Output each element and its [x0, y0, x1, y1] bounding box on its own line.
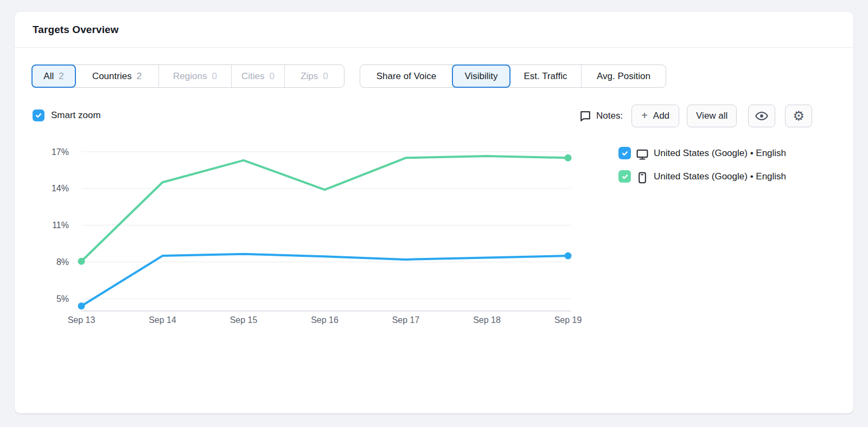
metric-tab-visibility-label: Visibility	[464, 71, 497, 82]
check-icon	[621, 150, 629, 157]
check-icon	[621, 173, 629, 180]
x-tick-1: Sep 14	[149, 315, 176, 325]
plus-icon: +	[641, 110, 648, 121]
metric-tab-share-of-voice[interactable]: Share of Voice	[360, 65, 452, 87]
geo-tab-countries-count: 2	[137, 71, 142, 82]
chart-settings-button[interactable]: ⚙	[785, 105, 812, 127]
gear-icon: ⚙	[793, 109, 805, 122]
toggle-notes-visibility-button[interactable]	[748, 105, 775, 127]
metric-tab-est-traffic[interactable]: Est. Traffic	[510, 65, 581, 87]
legend-checkbox-1[interactable]	[618, 170, 631, 183]
chart-legend: United States (Google) • EnglishUnited S…	[618, 147, 787, 186]
series-1-point-6[interactable]	[565, 154, 572, 161]
legend-label-1: United States (Google) • English	[654, 168, 787, 185]
add-note-button-label: Add	[653, 111, 669, 121]
y-tick-17: 17%	[52, 147, 69, 157]
x-tick-5: Sep 18	[473, 315, 501, 325]
geo-tab-regions-count: 0	[212, 71, 216, 82]
geo-tab-group: All2Countries2Regions0Cities0Zips0	[31, 64, 344, 88]
smart-zoom-label: Smart zoom	[51, 110, 101, 121]
check-icon	[35, 112, 42, 119]
series-0-point-0[interactable]	[78, 302, 85, 309]
geo-tab-zips: Zips0	[284, 65, 344, 87]
y-tick-14: 14%	[52, 184, 69, 193]
geo-tab-regions-label: Regions	[173, 71, 207, 82]
page-title: Targets Overview	[33, 24, 119, 36]
mobile-icon	[636, 171, 649, 186]
x-tick-3: Sep 16	[311, 315, 339, 325]
notes-toolbar: Notes: + Add View all ⚙	[579, 105, 812, 127]
desktop-icon	[636, 148, 649, 163]
geo-tab-zips-count: 0	[323, 71, 328, 82]
geo-tab-regions: Regions0	[158, 65, 231, 87]
x-tick-4: Sep 17	[392, 315, 420, 325]
x-tick-2: Sep 15	[230, 315, 258, 325]
legend-label-0: United States (Google) • English	[654, 145, 787, 161]
y-tick-8: 8%	[56, 257, 69, 267]
view-all-notes-button[interactable]: View all	[687, 105, 737, 127]
legend-checkbox-0[interactable]	[618, 147, 631, 159]
series-line-1[interactable]	[81, 156, 568, 261]
targets-overview-card: Targets Overview All2Countries2Regions0C…	[15, 12, 853, 413]
geo-tab-cities-label: Cities	[241, 71, 265, 82]
notes-label: Notes:	[596, 111, 623, 121]
x-tick-6: Sep 19	[554, 315, 582, 325]
geo-tab-zips-label: Zips	[301, 71, 318, 82]
metric-tab-avg-position[interactable]: Avg. Position	[581, 65, 666, 87]
metric-tab-est-traffic-label: Est. Traffic	[524, 71, 567, 82]
geo-tab-countries[interactable]: Countries2	[75, 65, 158, 87]
metric-tab-group: Share of VoiceVisibilityEst. TrafficAvg.…	[360, 64, 666, 88]
speech-bubble-icon	[579, 109, 592, 122]
geo-tab-countries-label: Countries	[92, 71, 132, 82]
y-tick-5: 5%	[56, 294, 69, 303]
geo-tab-cities-count: 0	[270, 71, 275, 82]
page-background: Targets Overview All2Countries2Regions0C…	[0, 0, 868, 427]
legend-item-0[interactable]: United States (Google) • English	[618, 147, 787, 163]
metric-tab-share-of-voice-label: Share of Voice	[376, 71, 437, 82]
metric-tab-avg-position-label: Avg. Position	[597, 71, 650, 82]
eye-icon	[755, 109, 769, 123]
add-note-button[interactable]: + Add	[631, 105, 679, 127]
series-0-point-6[interactable]	[565, 253, 572, 260]
view-all-button-label: View all	[696, 111, 727, 121]
visibility-trend-chart[interactable]: 17%14%11%8%5%Sep 13Sep 14Sep 15Sep 16Sep…	[22, 142, 586, 332]
metric-tab-visibility[interactable]: Visibility	[452, 64, 510, 88]
geo-tab-cities: Cities0	[231, 65, 284, 87]
geo-tab-all[interactable]: All2	[31, 64, 76, 88]
legend-item-1[interactable]: United States (Google) • English	[618, 170, 787, 186]
card-header: Targets Overview	[15, 12, 853, 48]
smart-zoom-checkbox[interactable]	[33, 109, 44, 121]
x-tick-0: Sep 13	[68, 315, 95, 325]
geo-tab-all-label: All	[43, 71, 54, 82]
series-1-point-0[interactable]	[78, 258, 85, 265]
geo-tab-all-count: 2	[59, 71, 63, 82]
smart-zoom-toggle[interactable]: Smart zoom	[33, 109, 101, 121]
y-tick-11: 11%	[52, 221, 69, 230]
